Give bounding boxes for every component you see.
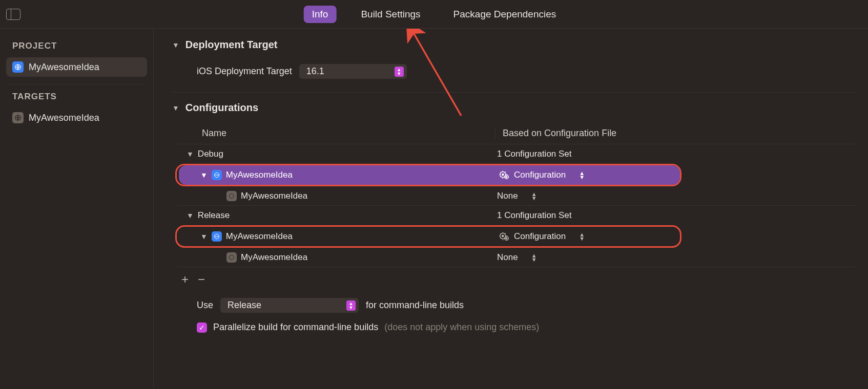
target-icon [12, 112, 24, 123]
chevron-down-icon: ▼ [187, 150, 194, 158]
config-target-name: MyAwesomeIdea [241, 252, 307, 263]
svg-point-13 [506, 238, 507, 239]
section-title: Deployment Target [185, 39, 278, 51]
deployment-target-value: 16.1 [306, 66, 324, 77]
target-icon [226, 252, 237, 263]
highlight-release-project: ▼ MyAwesomeIdea Configuration ▲▼ [175, 225, 681, 248]
add-config-button[interactable]: + [181, 272, 189, 287]
parallelize-checkbox[interactable]: ✓ [197, 322, 207, 333]
chevron-down-icon: ▼ [187, 211, 194, 220]
deployment-target-label: iOS Deployment Target [197, 66, 292, 77]
config-project-name: MyAwesomeIdea [226, 231, 293, 242]
config-file-stepper[interactable]: ▲▼ [531, 192, 537, 200]
project-icon [212, 231, 222, 242]
section-deployment-target[interactable]: ▼ Deployment Target [172, 39, 856, 51]
svg-point-14 [230, 255, 234, 260]
stepper-icon: ▲▼ [346, 300, 356, 311]
config-file-value: Configuration [514, 231, 566, 242]
config-row-debug[interactable]: ▼ Debug 1 Configuration Set [177, 144, 856, 164]
svg-point-11 [502, 235, 504, 236]
use-config-popup[interactable]: Release ▲▼ [220, 298, 359, 313]
config-file-stepper[interactable]: ▲▼ [579, 232, 585, 241]
main-editor-panel: ▼ Deployment Target iOS Deployment Targe… [154, 29, 868, 389]
config-file-value: None [497, 252, 518, 263]
sidebar-project-item[interactable]: MyAwesomeIdea [6, 57, 147, 77]
chevron-down-icon: ▼ [172, 41, 179, 49]
config-project-name: MyAwesomeIdea [226, 170, 293, 180]
sidebar-project-label: MyAwesomeIdea [29, 62, 99, 73]
use-label: Use [197, 300, 213, 311]
sidebar-targets-header: TARGETS [6, 92, 147, 108]
target-icon [226, 191, 237, 201]
gear-icon [499, 231, 510, 242]
config-file-value: Configuration [514, 170, 566, 180]
highlight-debug-project: ▼ MyAwesomeIdea Configuration ▲▼ [175, 164, 681, 186]
editor-tabs: Info Build Settings Package Dependencies [304, 6, 565, 23]
tab-package-dependencies[interactable]: Package Dependencies [445, 6, 565, 23]
config-file-stepper[interactable]: ▲▼ [531, 253, 537, 262]
config-file-stepper[interactable]: ▲▼ [579, 171, 585, 179]
parallelize-label: Parallelize build for command-line build… [213, 322, 378, 333]
use-suffix-label: for command-line builds [366, 300, 464, 311]
sidebar-target-item[interactable]: MyAwesomeIdea [6, 108, 147, 127]
config-row-debug-project[interactable]: ▼ MyAwesomeIdea Configuration ▲▼ [179, 165, 680, 185]
stepper-icon: ▲▼ [395, 67, 404, 77]
project-navigator-sidebar: PROJECT MyAwesomeIdea TARGETS MyAwesomeI… [0, 29, 154, 389]
config-summary: 1 Configuration Set [497, 149, 572, 159]
sidebar-target-label: MyAwesomeIdea [29, 113, 99, 123]
use-config-value: Release [228, 300, 261, 311]
svg-point-5 [502, 174, 504, 175]
remove-config-button[interactable]: − [198, 272, 205, 287]
section-configurations[interactable]: ▼ Configurations [172, 102, 856, 114]
sidebar-project-header: PROJECT [6, 41, 147, 57]
config-row-release[interactable]: ▼ Release 1 Configuration Set [177, 206, 856, 225]
configurations-table-header: Name Based on Configuration File [177, 123, 856, 144]
tab-info[interactable]: Info [304, 6, 337, 23]
config-target-name: MyAwesomeIdea [241, 191, 307, 201]
column-name: Name [177, 128, 495, 139]
config-add-remove-controls: + − [172, 267, 856, 294]
config-row-release-project[interactable]: ▼ MyAwesomeIdea Configuration ▲▼ [179, 227, 680, 246]
config-row-debug-target[interactable]: MyAwesomeIdea None ▲▼ [177, 186, 856, 206]
svg-point-7 [506, 177, 507, 178]
project-icon [212, 170, 222, 180]
column-config-file: Based on Configuration File [495, 128, 856, 139]
config-row-release-target[interactable]: MyAwesomeIdea None ▲▼ [177, 248, 856, 267]
config-summary: 1 Configuration Set [497, 210, 572, 221]
svg-point-8 [230, 193, 234, 198]
project-icon [12, 61, 24, 73]
tab-build-settings[interactable]: Build Settings [353, 6, 428, 23]
deployment-target-popup[interactable]: 16.1 ▲▼ [299, 64, 407, 79]
chevron-down-icon: ▼ [200, 171, 208, 179]
chevron-down-icon: ▼ [172, 104, 179, 112]
chevron-down-icon: ▼ [200, 232, 208, 241]
config-name: Debug [198, 149, 223, 159]
config-file-value: None [497, 191, 518, 201]
sidebar-toggle-button[interactable] [6, 9, 20, 20]
parallelize-note: (does not apply when using schemes) [384, 322, 539, 333]
gear-icon [499, 170, 510, 180]
section-title: Configurations [185, 102, 258, 114]
config-name: Release [198, 210, 230, 221]
